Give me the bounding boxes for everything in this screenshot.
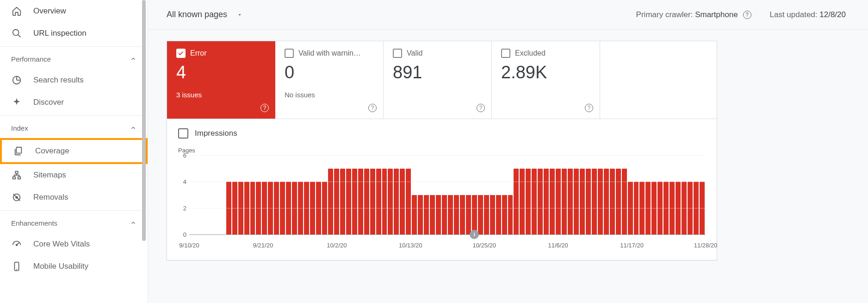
help-icon[interactable]: ?: [585, 104, 593, 112]
chart-bar[interactable]: [526, 169, 531, 235]
stat-sub: No issues: [285, 91, 374, 99]
nav-divider: [0, 115, 148, 116]
section-title: Enhancements: [11, 219, 57, 227]
chart-bar[interactable]: [412, 195, 417, 235]
chart-bar[interactable]: [520, 169, 525, 235]
sidebar-item-core-web-vitals[interactable]: Core Web Vitals: [0, 233, 148, 255]
chart-bar[interactable]: [622, 169, 627, 235]
sidebar-item-discover[interactable]: Discover: [0, 91, 148, 114]
impressions-toggle[interactable]: Impressions: [176, 128, 707, 139]
chart-bar[interactable]: [502, 195, 507, 235]
chart-bar[interactable]: [466, 195, 471, 235]
chart-bar[interactable]: [358, 169, 363, 235]
chart-bar[interactable]: [574, 169, 579, 235]
sidebar-item-url-inspection[interactable]: URL inspection: [0, 22, 148, 44]
section-title: Performance: [11, 55, 51, 63]
sidebar-item-label: Mobile Usability: [33, 262, 88, 271]
sidebar-item-mobile-usability[interactable]: Mobile Usability: [0, 255, 148, 278]
chart-bar[interactable]: [610, 169, 615, 235]
section-index[interactable]: Index: [0, 118, 148, 138]
chart-bar[interactable]: [394, 169, 399, 235]
chart-bar[interactable]: [424, 195, 429, 235]
chart-bar[interactable]: [604, 169, 609, 235]
checkbox-error[interactable]: [176, 49, 186, 58]
chart-bar[interactable]: [598, 169, 603, 235]
chart-bar[interactable]: [496, 195, 501, 235]
help-icon[interactable]: ?: [743, 11, 751, 19]
chart-bar[interactable]: [550, 169, 555, 235]
chart-bar[interactable]: [538, 169, 543, 235]
chart-bar[interactable]: [370, 169, 375, 235]
chart-bar[interactable]: [388, 169, 393, 235]
chart-bar[interactable]: [514, 169, 519, 235]
help-icon[interactable]: ?: [477, 104, 485, 112]
checkbox-valid[interactable]: [393, 49, 402, 58]
chart-bar[interactable]: [442, 195, 447, 235]
primary-crawler: Primary crawler: Smartphone ?: [636, 10, 751, 19]
section-title: Index: [11, 124, 28, 132]
chart-bar[interactable]: [592, 169, 597, 235]
chart-bar[interactable]: [508, 195, 513, 235]
sidebar-item-coverage[interactable]: Coverage: [2, 140, 146, 162]
chart-bar[interactable]: [580, 169, 585, 235]
filter-dropdown[interactable]: All known pages: [167, 10, 243, 19]
stat-card-error[interactable]: Error 4 3 issues ?: [167, 41, 275, 119]
stat-value: 4: [176, 63, 266, 82]
chart-bar[interactable]: [484, 195, 489, 235]
chart-bar[interactable]: [334, 169, 339, 235]
chart-bar[interactable]: [616, 169, 621, 235]
svg-rect-4: [13, 177, 16, 179]
chart-bar[interactable]: [454, 195, 459, 235]
chart-plot: i 0246: [189, 155, 706, 235]
sidebar-item-overview[interactable]: Overview: [0, 0, 148, 22]
chart-marker[interactable]: i: [470, 230, 479, 239]
gridline: [189, 155, 706, 156]
chart-bar[interactable]: [490, 195, 495, 235]
help-icon[interactable]: ?: [260, 104, 269, 112]
stat-card-valid-warnings[interactable]: Valid with warnin… 0 No issues ?: [275, 41, 384, 119]
sidebar-scroll[interactable]: Overview URL inspection Performance Sear…: [0, 0, 148, 303]
section-enhancements[interactable]: Enhancements: [0, 213, 148, 233]
chart-bar[interactable]: [346, 169, 351, 235]
stat-card-excluded[interactable]: Excluded 2.89K ?: [492, 41, 600, 119]
chart-bar[interactable]: [340, 169, 345, 235]
chart-bar[interactable]: [562, 169, 567, 235]
chart-bar[interactable]: [532, 169, 537, 235]
filter-label: All known pages: [167, 10, 227, 19]
chart-bar[interactable]: [406, 169, 411, 235]
chart-bar[interactable]: [328, 169, 333, 235]
chart-bar[interactable]: [586, 169, 591, 235]
scrollbar-thumb[interactable]: [142, 0, 146, 241]
chart-bar[interactable]: [364, 169, 369, 235]
chart-bar[interactable]: [430, 195, 435, 235]
checkbox-excluded[interactable]: [501, 49, 510, 58]
x-tick-label: 9/10/20: [179, 242, 199, 249]
chart-bar[interactable]: [556, 169, 561, 235]
chart-bar[interactable]: [472, 195, 477, 235]
chart-bar[interactable]: [448, 195, 453, 235]
chart-bar[interactable]: [376, 169, 381, 235]
chart-bar[interactable]: [478, 195, 483, 235]
chart-bar[interactable]: [400, 169, 405, 235]
chart-bar[interactable]: [436, 195, 441, 235]
chart-bar[interactable]: [544, 169, 549, 235]
chart-bar[interactable]: [418, 195, 423, 235]
chart-bar[interactable]: [352, 169, 357, 235]
section-performance[interactable]: Performance: [0, 49, 148, 69]
nav-divider: [0, 210, 148, 211]
stat-card-valid[interactable]: Valid 891 ?: [384, 41, 492, 119]
checkbox-impressions[interactable]: [178, 128, 188, 139]
help-icon[interactable]: ?: [368, 104, 377, 112]
sidebar-item-search-results[interactable]: Search results: [0, 69, 148, 91]
checkbox-valid-warnings[interactable]: [285, 49, 294, 58]
coverage-chart[interactable]: Pages i 0246 9/10/209/21/2010/2/2010/13/…: [178, 147, 707, 249]
chart-area: Impressions Pages i 0246 9/10/209/21/201…: [167, 119, 717, 260]
sidebar-scrollbar[interactable]: [140, 0, 148, 303]
chart-bar[interactable]: [382, 169, 387, 235]
chart-bar[interactable]: [460, 195, 465, 235]
x-tick-label: 11/28/20: [694, 242, 718, 249]
chart-bar[interactable]: [568, 169, 573, 235]
sidebar-item-sitemaps[interactable]: Sitemaps: [0, 164, 148, 186]
sidebar-item-removals[interactable]: Removals: [0, 186, 148, 208]
stat-sub: 3 issues: [176, 91, 266, 99]
